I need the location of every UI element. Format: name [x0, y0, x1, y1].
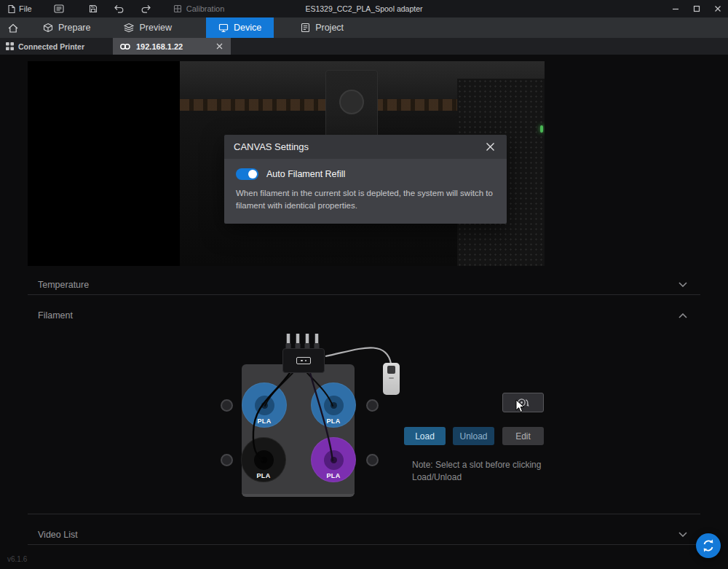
section-video-list-label: Video List [38, 530, 78, 540]
filament-slot-2[interactable]: PLA [311, 382, 356, 428]
auto-refill-description: When filament in the current slot is dep… [236, 187, 501, 213]
filament-slot-3-label: PLA [241, 472, 286, 479]
calibration-icon [173, 4, 182, 13]
home-icon [7, 23, 19, 34]
spool-core [324, 396, 344, 415]
auto-refill-row: Auto Filament Refill [236, 168, 495, 180]
save-icon [89, 4, 98, 13]
prepare-icon [43, 23, 53, 33]
connected-printer-label: Connected Printer [18, 42, 84, 51]
refresh-icon [701, 538, 716, 553]
printer-logo-icon [119, 43, 131, 50]
tab-project[interactable]: Project [297, 17, 347, 38]
modal-close-button[interactable] [483, 140, 497, 154]
printer-tab-strip: Connected Printer 192.168.1.22 [0, 38, 728, 55]
camera-feed-knob [339, 90, 364, 114]
slot-indicator-4 [366, 454, 379, 466]
filament-buffer [383, 363, 400, 395]
printer-tab[interactable]: 192.168.1.22 [113, 38, 231, 55]
filament-slot-2-label: PLA [311, 417, 356, 425]
minimize-icon [672, 5, 679, 12]
load-button-label: Load [415, 431, 435, 442]
printer-tab-close-button[interactable] [215, 42, 224, 51]
chevron-up-icon[interactable] [676, 310, 690, 321]
slot-indicator-1 [221, 399, 233, 412]
tab-close-icon [216, 43, 223, 50]
spool-core [254, 450, 274, 470]
device-panel: Temperature Filament PLA [0, 55, 728, 569]
menu-button[interactable] [48, 0, 70, 17]
filament-slot-1[interactable]: PLA [242, 382, 287, 428]
maximize-button[interactable] [686, 0, 707, 17]
load-button[interactable]: Load [404, 427, 446, 445]
canvas-settings-modal: CANVAS Settings Auto Filament Refill Whe… [224, 135, 507, 224]
modal-close-icon [486, 142, 495, 152]
filament-slot-3[interactable]: PLA [241, 437, 286, 482]
slot-indicator-3 [221, 454, 233, 466]
auto-refill-toggle[interactable] [236, 168, 258, 180]
section-temperature[interactable]: Temperature [28, 275, 700, 295]
tab-project-label: Project [315, 23, 344, 33]
save-button[interactable] [83, 0, 103, 17]
modal-header: CANVAS Settings [224, 135, 507, 159]
file-menu[interactable]: File [1, 0, 38, 17]
connected-printer-button[interactable]: Connected Printer [6, 42, 84, 51]
tab-device-label: Device [234, 23, 261, 33]
chevron-down-icon[interactable] [676, 279, 690, 290]
spool-core [324, 450, 344, 470]
connected-printer-icon [6, 42, 14, 50]
device-icon [218, 23, 229, 33]
window-title: ES1329_CC2_PLA_Spool adapter [305, 4, 422, 13]
edit-button[interactable]: Edit [502, 427, 544, 445]
filament-hub [282, 348, 325, 373]
calibration-label: Calibration [186, 4, 225, 13]
filament-slot-4-label: PLA [311, 472, 356, 479]
camera-feed-status-led [540, 125, 543, 133]
app-window: File Calibration ES1329_CC2_PLA_Spool ad… [0, 0, 728, 569]
hub-display [296, 357, 311, 364]
main-nav: Prepare Preview Device Project [0, 17, 728, 38]
filament-slot-4[interactable]: PLA [311, 437, 356, 482]
minimize-button[interactable] [665, 0, 686, 17]
section-filament-header[interactable]: Filament [28, 305, 700, 326]
filament-unit-diagram: PLA PLA PLA PLA [211, 331, 415, 503]
calibration-button[interactable]: Calibration [167, 0, 231, 17]
section-filament-label: Filament [38, 310, 73, 321]
section-video-list[interactable]: Video List [28, 525, 700, 545]
menu-icon [54, 4, 64, 13]
title-bar: File Calibration ES1329_CC2_PLA_Spool ad… [0, 0, 728, 17]
modal-title: CANVAS Settings [234, 141, 309, 152]
undo-button[interactable] [108, 0, 130, 17]
redo-button[interactable] [135, 0, 157, 17]
tab-prepare-label: Prepare [58, 23, 90, 33]
window-controls [665, 0, 728, 17]
version-label: v6.1.6 [7, 555, 27, 563]
filament-slot-1-label: PLA [242, 417, 287, 425]
chevron-down-icon[interactable] [676, 529, 690, 540]
mouse-cursor [515, 399, 526, 413]
refresh-button[interactable] [696, 533, 721, 558]
redo-icon [141, 4, 151, 14]
modal-body: Auto Filament Refill When filament in th… [224, 159, 507, 224]
tab-preview[interactable]: Preview [120, 17, 175, 38]
slot-note: Note: Select a slot before clicking Load… [412, 459, 566, 484]
maximize-icon [693, 5, 700, 12]
unload-button[interactable]: Unload [453, 427, 494, 445]
spool-core [255, 396, 274, 415]
unload-button-label: Unload [459, 431, 487, 442]
slot-indicator-2 [366, 399, 379, 412]
project-icon [301, 23, 310, 33]
buffer-window [387, 366, 395, 374]
edit-button-label: Edit [515, 431, 531, 442]
buffer-slit [389, 377, 394, 379]
preview-icon [124, 23, 134, 33]
close-icon [714, 5, 721, 12]
file-icon [7, 4, 15, 14]
tab-prepare[interactable]: Prepare [39, 17, 94, 38]
home-button[interactable] [7, 23, 19, 34]
tab-device[interactable]: Device [206, 17, 274, 38]
undo-icon [114, 4, 124, 14]
close-button[interactable] [707, 0, 728, 17]
tab-preview-label: Preview [139, 23, 171, 33]
section-temperature-label: Temperature [38, 280, 89, 290]
